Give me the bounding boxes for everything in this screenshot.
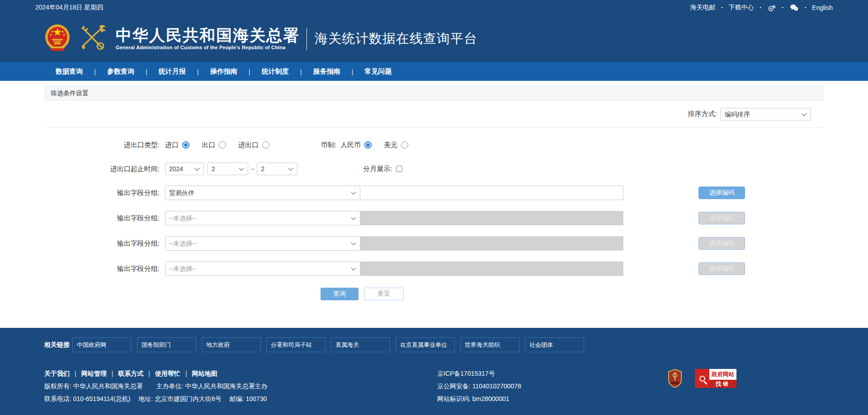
related-link-local-gov[interactable]: 地方政府 [202, 337, 261, 352]
start-month-select-wrap: 2 [208, 163, 248, 175]
related-link-social-groups[interactable]: 社会团体 [525, 337, 584, 352]
icp-number: 京ICP备17015317号 [437, 367, 521, 380]
nav-item-data-query[interactable]: 数据查询 [44, 67, 94, 76]
range-separator: -- [250, 165, 255, 173]
phone-text: 联系电话: 010-65194114(总机) [44, 395, 130, 402]
related-link-beijing-units[interactable]: 在京直属事业单位 [396, 337, 455, 352]
footer-separator: | [75, 367, 76, 380]
nav-item-param-query[interactable]: 参数查询 [96, 67, 146, 76]
footer-link-site-admin[interactable]: 网站管理 [81, 367, 107, 380]
start-month-select[interactable]: 2 [208, 163, 248, 175]
topbar-date: 2024年04月18日 星期四 [35, 4, 103, 12]
customs-emblem-icon [77, 24, 108, 54]
group-codes-input-1[interactable] [360, 186, 623, 200]
breadcrumb: 筛选条件设置 [44, 86, 824, 101]
group-select-wrap: 贸易伙伴 [165, 186, 360, 200]
footer-registration: 京ICP备17015317号 京公网安备: 11040102700078 网站标… [437, 367, 521, 405]
radio-import[interactable] [182, 141, 189, 149]
site-code: 网站标识码: bm28000001 [437, 392, 521, 405]
org-subtitle: General Administration of Customs of the… [116, 45, 300, 50]
breadcrumb-title: 筛选条件设置 [51, 89, 89, 98]
customs-email-link[interactable]: 海关电邮 [690, 4, 715, 12]
weibo-icon[interactable] [767, 3, 776, 12]
group-select-3[interactable]: --未选择-- [165, 236, 360, 251]
dot-separator: • [805, 5, 806, 10]
related-link-wco[interactable]: 世界海关组织 [460, 337, 519, 352]
output-group-label: 输出字段分组: [44, 265, 165, 273]
monthly-display: 分月展示: [363, 165, 402, 173]
related-link-branches[interactable]: 分署和司局子站 [266, 337, 326, 352]
magnifier-icon [695, 369, 709, 388]
radio-rmb[interactable] [364, 141, 372, 149]
radio-label: 人民币 [340, 141, 361, 149]
sort-select[interactable]: 编码排序 [721, 108, 811, 121]
police-number: 京公网安备: 11040102700078 [437, 380, 521, 392]
query-button[interactable]: 查询 [321, 288, 359, 300]
wechat-icon[interactable] [789, 3, 799, 12]
date-range-label: 进出口起止时间: [44, 165, 165, 173]
related-link-gov[interactable]: 中国政府网 [72, 337, 132, 352]
nav-item-statistics-system[interactable]: 统计制度 [250, 67, 300, 76]
trade-type-options: 进口 出口 进出口 [165, 141, 321, 149]
error-badge-line2: 找错 [709, 380, 736, 388]
dot-separator: • [782, 5, 783, 10]
radio-option-usd[interactable]: 美元 [384, 141, 408, 149]
gov-site-error-badge[interactable]: 政府网站 找错 [695, 369, 736, 388]
national-emblem-icon [44, 24, 71, 54]
reset-button[interactable]: 重置 [364, 288, 404, 300]
related-links-row: 相关链接 中国政府网 国务院部门 地方政府 分署和司局子站 直属海关 在京直属事… [44, 337, 824, 352]
sort-row: 排序方式: 编码排序 [44, 101, 824, 128]
customs-shield-badge-icon[interactable] [667, 369, 683, 389]
contact-row: 联系电话: 010-65194114(总机) 地址: 北京市建国门内大街6号 邮… [44, 392, 824, 405]
select-code-button-2: 选择编码 [698, 212, 745, 224]
related-link-state-council[interactable]: 国务院部门 [137, 337, 196, 352]
footer: 相关链接 中国政府网 国务院部门 地方政府 分署和司局子站 直属海关 在京直属事… [0, 328, 868, 415]
currency-label: 币制: [321, 141, 336, 149]
group-select-2[interactable]: --未选择-- [165, 211, 360, 225]
nav-item-faq[interactable]: 常见问题 [353, 67, 403, 76]
group-select-1[interactable]: 贸易伙伴 [165, 186, 360, 200]
end-month-select[interactable]: 2 [257, 163, 297, 175]
radio-label: 进出口 [238, 141, 259, 149]
output-group-label: 输出字段分组: [44, 214, 165, 223]
trade-type-label: 进出口类型: [44, 141, 165, 149]
org-title: 中华人民共和国海关总署 [116, 27, 300, 44]
nav-item-service-guide[interactable]: 服务指南 [302, 67, 352, 76]
related-links-label: 相关链接 [44, 341, 72, 349]
footer-link-about[interactable]: 关于我们 [44, 367, 70, 380]
output-group-row: 输出字段分组: --未选择-- 选择编码 [44, 211, 824, 225]
radio-option-import-export[interactable]: 进出口 [238, 141, 269, 149]
year-select[interactable]: 2024 [165, 163, 204, 175]
footer-link-contact[interactable]: 联系方式 [118, 367, 143, 380]
footer-link-help[interactable]: 使用帮忙 [155, 367, 180, 380]
radio-usd[interactable] [401, 141, 408, 149]
topbar: 2024年04月18日 星期四 海关电邮 • 下载中心 • • [0, 0, 868, 15]
footer-badges: 政府网站 找错 [667, 369, 736, 389]
monthly-display-checkbox[interactable] [396, 166, 402, 172]
radio-option-export[interactable]: 出口 [202, 141, 226, 149]
english-link[interactable]: English [812, 4, 833, 11]
nav-item-operation-guide[interactable]: 操作指南 [199, 67, 249, 76]
postcode-text: 邮编: 100730 [230, 395, 267, 402]
nav-item-monthly-report[interactable]: 统计月报 [147, 67, 197, 76]
footer-link-sitemap[interactable]: 网站地图 [192, 367, 217, 380]
radio-export[interactable] [219, 141, 226, 149]
topbar-links: 海关电邮 • 下载中心 • • • En [690, 3, 833, 12]
group-select-4[interactable]: --未选择-- [165, 261, 360, 276]
radio-import-export[interactable] [262, 141, 269, 149]
download-center-link[interactable]: 下载中心 [729, 4, 754, 12]
radio-option-rmb[interactable]: 人民币 [340, 141, 372, 149]
year-select-wrap: 2024 [165, 163, 204, 175]
site-header: 中华人民共和国海关总署 General Administration of Cu… [0, 15, 868, 62]
output-group-row: 输出字段分组: 贸易伙伴 选择编码 [44, 186, 824, 200]
related-link-direct-customs[interactable]: 直属海关 [331, 337, 390, 352]
monthly-display-label: 分月展示: [363, 165, 392, 173]
org-identity: 中华人民共和国海关总署 General Administration of Cu… [116, 27, 300, 51]
copyright-text: 版权所有: 中华人民共和国海关总署 [44, 382, 143, 390]
error-badge-text: 政府网站 找错 [709, 369, 736, 388]
select-code-button-4: 选择编码 [698, 262, 745, 275]
date-range-row: 进出口起止时间: 2024 2 -- 2 分月展示: [44, 162, 824, 176]
radio-option-import[interactable]: 进口 [165, 141, 189, 149]
end-month-select-wrap: 2 [257, 163, 297, 175]
select-code-button-1[interactable]: 选择编码 [698, 187, 745, 199]
